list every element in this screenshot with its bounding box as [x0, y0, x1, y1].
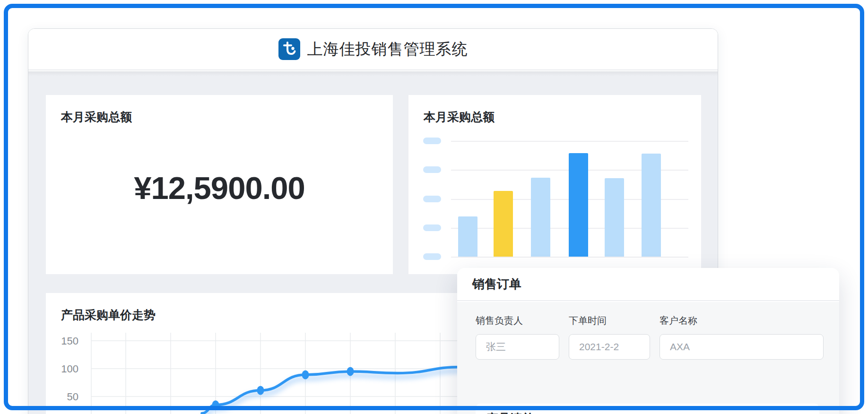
product-list-title: 产品清单	[486, 411, 808, 414]
bar	[494, 191, 513, 257]
axis-skeleton-pill	[423, 224, 441, 231]
svg-text:150: 150	[61, 335, 78, 347]
sales-order-body: 销售负责人 下单时间 客户名称 产品清单	[457, 302, 839, 414]
page-background: 上海佳投销售管理系统 本月采购总额 ¥12,5900.00 本月采购总额 产品采…	[0, 0, 868, 414]
sales-order-panel: 销售订单 销售负责人 下单时间 客户名称	[457, 268, 839, 414]
bar-chart-card: 本月采购总额	[408, 95, 701, 274]
sales-person-label: 销售负责人	[476, 314, 559, 327]
axis-skeleton-pill	[423, 253, 441, 260]
app-header: 上海佳投销售管理系统	[28, 29, 718, 70]
order-date-input[interactable]	[569, 334, 650, 360]
customer-name-field: 客户名称	[660, 314, 824, 360]
total-amount-value: ¥12,5900.00	[46, 170, 393, 206]
app-title: 上海佳投销售管理系统	[307, 39, 468, 60]
bar	[531, 178, 550, 257]
svg-text:100: 100	[61, 363, 78, 375]
sales-order-fields: 销售负责人 下单时间 客户名称	[476, 314, 824, 360]
product-list-card: 产品清单	[476, 404, 819, 414]
bar	[605, 178, 624, 257]
axis-skeleton-pill	[423, 196, 441, 202]
summary-card: 本月采购总额 ¥12,5900.00	[46, 95, 393, 274]
sales-person-input[interactable]	[476, 334, 559, 360]
bar	[569, 153, 588, 257]
axis-skeleton-pill	[423, 166, 441, 173]
summary-card-title: 本月采购总额	[61, 109, 132, 125]
app-logo-icon	[278, 38, 300, 60]
bar	[458, 216, 477, 257]
svg-text:50: 50	[67, 391, 78, 403]
order-date-label: 下单时间	[569, 314, 650, 327]
axis-skeleton-pill	[423, 138, 441, 144]
sales-order-title: 销售订单	[472, 276, 521, 293]
customer-name-input[interactable]	[660, 334, 824, 360]
sales-order-header: 销售订单	[457, 268, 839, 301]
bar-chart	[408, 95, 701, 274]
bar	[642, 154, 661, 257]
order-date-field: 下单时间	[569, 314, 650, 360]
screenshot-canvas: 上海佳投销售管理系统 本月采购总额 ¥12,5900.00 本月采购总额 产品采…	[0, 0, 868, 414]
sales-person-field: 销售负责人	[476, 314, 559, 360]
customer-name-label: 客户名称	[660, 314, 824, 327]
